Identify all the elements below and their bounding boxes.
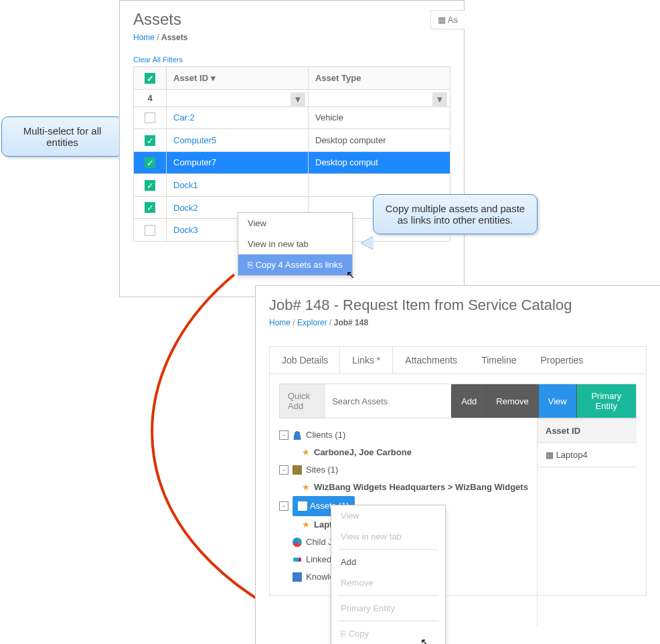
asset-type: Vehicle (309, 106, 450, 129)
copy-icon: ⎘ (248, 260, 256, 270)
crumb-home[interactable]: Home (269, 318, 291, 327)
top-action-label: As (448, 15, 458, 25)
asset-link[interactable]: Car:2 (173, 112, 195, 123)
child-jobs-icon (293, 538, 302, 547)
ctx-view-new-tab[interactable]: View in new tab (238, 234, 352, 254)
table-row-selected[interactable]: ✓ Computer7 Desktop comput (134, 151, 450, 174)
quick-add-label: Quick Add (280, 384, 325, 418)
view-button[interactable]: View (538, 384, 576, 418)
add-button[interactable]: Add (451, 384, 486, 418)
callout-copypaste: Copy multiple assets and paste as links … (373, 194, 538, 234)
user-icon (293, 430, 302, 440)
crumb-explorer[interactable]: Explorer (297, 318, 327, 327)
table-row[interactable]: Car:2 Vehicle (134, 106, 450, 129)
row-checkbox[interactable] (145, 225, 155, 236)
col-asset-id[interactable]: Asset ID ▾ (167, 67, 309, 90)
asset-type: Desktop computer (309, 129, 450, 152)
tab-job-details[interactable]: Job Details (270, 347, 340, 374)
breadcrumb: Home / Assets (133, 33, 450, 42)
primary-entity-button[interactable]: Primary Entity (576, 384, 636, 418)
collapse-icon[interactable]: − (279, 501, 288, 511)
asset-link[interactable]: Computer7 (173, 157, 216, 167)
action-bar: Quick Add Add Remove View Primary Entity (279, 384, 637, 418)
ctx-view-new-tab[interactable]: View in new tab (331, 526, 445, 547)
callout-text: Multi-select for all entities (23, 125, 102, 148)
tab-links[interactable]: Links * (339, 347, 393, 374)
top-action-button[interactable]: ▦ As (430, 10, 465, 29)
callout-tail (361, 236, 374, 250)
callout-text: Copy multiple assets and paste as links … (386, 203, 525, 226)
filter-icon[interactable]: ▼ (432, 92, 447, 107)
asset-link[interactable]: Computer5 (173, 135, 216, 145)
row-checkbox[interactable]: ✓ (145, 135, 155, 146)
chevron-down-icon: ▾ (211, 73, 216, 83)
site-icon (293, 465, 302, 475)
crumb-current: Assets (161, 33, 187, 42)
side-row[interactable]: ▦ Laptop4 (538, 443, 637, 467)
col-asset-type[interactable]: Asset Type (309, 67, 450, 90)
callout-multiselect: Multi-select for all entities (1, 116, 123, 157)
knowledge-icon (293, 572, 302, 582)
asset-link[interactable]: Dock2 (173, 203, 198, 213)
tab-properties[interactable]: Properties (529, 347, 596, 374)
filter-input-type[interactable] (313, 92, 448, 104)
asset-side-panel: Asset ID ▦ Laptop4 (537, 418, 637, 626)
crumb-current: Job# 148 (334, 318, 368, 327)
linked-jobs-icon (293, 555, 302, 564)
collapse-icon[interactable]: − (279, 430, 288, 440)
context-menu-assets: View View in new tab ⎘ Copy 4 Assets as … (238, 212, 353, 276)
row-checkbox[interactable]: ✓ (145, 180, 155, 191)
ctx-view[interactable]: View (331, 505, 445, 526)
star-icon: ★ (302, 516, 310, 534)
cursor-icon: ↖ (346, 268, 355, 281)
asset-link[interactable]: Dock3 (173, 225, 198, 235)
ctx-view[interactable]: View (238, 213, 352, 234)
ctx-copy-as-links[interactable]: ⎘ Copy 4 Assets as links (238, 254, 352, 275)
table-row[interactable]: ✓ Dock1 (134, 174, 450, 197)
asset-icon: ▦ (546, 450, 556, 460)
asset-icon: ▦ (438, 15, 448, 25)
asset-link[interactable]: Dock1 (173, 180, 198, 190)
context-menu-tree: View View in new tab Add Remove Primary … (331, 505, 446, 644)
separator (338, 621, 438, 621)
checkbox-icon: ✓ (145, 73, 155, 84)
search-assets-input[interactable] (325, 384, 451, 418)
clear-filters-link[interactable]: Clear All Filters (133, 56, 450, 64)
selected-count: 4 (147, 93, 152, 103)
star-icon: ★ (302, 444, 310, 461)
cursor-icon: ↖ (420, 636, 429, 644)
star-icon: ★ (302, 479, 310, 496)
links-panel: Quick Add Add Remove View Primary Entity… (269, 374, 647, 596)
tab-timeline[interactable]: Timeline (469, 347, 528, 374)
filter-row: 4 ▼ ▼ (134, 89, 450, 106)
ctx-primary[interactable]: Primary Entity (331, 598, 445, 619)
filter-icon[interactable]: ▼ (291, 92, 305, 107)
select-all-header[interactable]: ✓ (134, 67, 167, 90)
header-row: ✓ Asset ID ▾ Asset Type (134, 67, 450, 90)
breadcrumb: Home / Explorer / Job# 148 (269, 318, 647, 327)
separator (338, 595, 438, 596)
asset-icon (298, 501, 307, 511)
ctx-add[interactable]: Add (331, 552, 445, 572)
copy-icon: ⎘ (341, 629, 349, 639)
collapse-icon[interactable]: − (279, 465, 288, 475)
filter-asset-id[interactable]: ▼ (167, 89, 309, 106)
remove-button[interactable]: Remove (486, 384, 538, 418)
row-checkbox[interactable]: ✓ (145, 157, 155, 168)
page-title: Job# 148 - Request Item from Service Cat… (269, 297, 647, 314)
tab-attachments[interactable]: Attachments (393, 347, 469, 374)
row-checkbox[interactable]: ✓ (145, 202, 155, 213)
assets-window: ▦ As Assets Home / Assets Clear All Filt… (119, 0, 465, 297)
filter-asset-type[interactable]: ▼ (309, 89, 450, 106)
tab-bar: Job Details Links * Attachments Timeline… (269, 346, 647, 374)
asset-type: Desktop comput (309, 151, 450, 174)
separator (338, 549, 438, 550)
table-row[interactable]: ✓ Computer5 Desktop computer (134, 129, 450, 152)
filter-input-id[interactable] (171, 92, 307, 104)
crumb-home[interactable]: Home (133, 33, 155, 42)
job-window: Job# 148 - Request Item from Service Cat… (255, 285, 660, 644)
side-header: Asset ID (538, 418, 637, 443)
ctx-remove[interactable]: Remove (331, 572, 445, 593)
row-checkbox[interactable] (145, 112, 155, 123)
asset-type (309, 174, 450, 197)
